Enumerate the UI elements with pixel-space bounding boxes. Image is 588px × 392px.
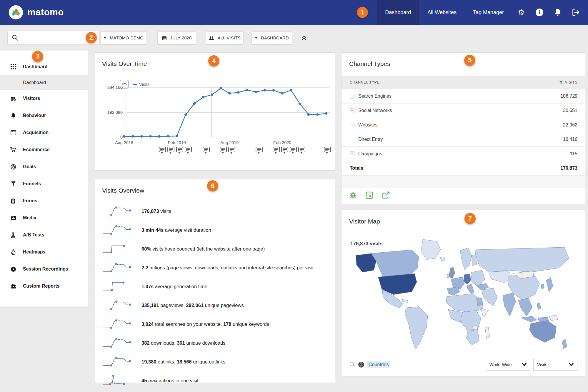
- table-icon[interactable]: [366, 191, 373, 199]
- period-selector[interactable]: JULY 2020: [157, 31, 196, 44]
- region-select[interactable]: World-Wide: [486, 359, 530, 371]
- segment-selector[interactable]: ALL VISITS: [206, 31, 244, 44]
- channel-label: Direct Entry: [358, 137, 383, 142]
- channel-visits-value: 115: [570, 151, 577, 156]
- expand-icon[interactable]: +: [350, 151, 354, 156]
- sparkline[interactable]: [102, 204, 135, 218]
- sidebar-item-media[interactable]: Media: [0, 209, 88, 226]
- sidebar-item-ecommerce[interactable]: Ecommerce: [0, 141, 88, 158]
- overview-row: 3,024 total searches on your website, 17…: [102, 317, 329, 332]
- overview-metric-text: 2.2 actions (page views, downloads, outl…: [141, 264, 321, 271]
- sidebar-item-funnels[interactable]: Funnels: [0, 175, 88, 192]
- expand-icon[interactable]: +: [350, 123, 354, 127]
- sparkline[interactable]: [102, 317, 135, 331]
- matomo-logo[interactable]: matomo: [9, 5, 64, 19]
- sparkline[interactable]: [102, 336, 135, 349]
- matomo-logo-icon: [9, 5, 23, 19]
- info-icon[interactable]: i: [530, 0, 549, 25]
- sidebar-item-label: Custom Reports: [23, 283, 59, 289]
- chevron-down-icon: [522, 363, 527, 366]
- channel-row-totals[interactable]: Totals176,873: [342, 161, 585, 176]
- svg-text:384,160: 384,160: [107, 85, 123, 90]
- sparkline[interactable]: [102, 279, 135, 293]
- bell-icon[interactable]: [549, 0, 567, 25]
- sidebar-item-dashboard[interactable]: Dashboard: [0, 58, 88, 75]
- sidebar-item-heatmaps[interactable]: Heatmaps: [0, 243, 88, 261]
- sidebar: DashboardDashboardVisitorsBehaviourAcqui…: [0, 51, 88, 306]
- sidebar-item-behaviour[interactable]: Behaviour: [0, 107, 88, 124]
- gear-icon[interactable]: ⚙: [512, 0, 530, 25]
- sparkline[interactable]: [102, 223, 135, 236]
- sparkline[interactable]: [102, 298, 135, 312]
- target-icon: [10, 164, 16, 170]
- nav-icon-group: ⚙ i: [512, 0, 588, 25]
- column-channel-type[interactable]: CHANNEL TYPE: [350, 80, 379, 84]
- overview-metric-text: 1.07s average generation time: [141, 283, 321, 290]
- media-icon: [10, 215, 16, 221]
- primary-nav: DashboardAll WebsitesTag Manager: [377, 0, 512, 25]
- sidebar-item-visitors[interactable]: Visitors: [0, 90, 88, 107]
- channel-visits-value: 176,873: [560, 166, 577, 171]
- callout-badge-7: 7: [464, 213, 476, 224]
- sidebar-item-forms[interactable]: Forms: [0, 192, 88, 209]
- svg-text:192,080: 192,080: [107, 110, 123, 115]
- channel-types-widget: Channel Types CHANNEL TYPE VISITS +Searc…: [341, 52, 585, 204]
- clipboard-icon: [10, 198, 16, 204]
- sparkline[interactable]: [102, 261, 135, 274]
- search-icon: [12, 34, 18, 41]
- sidebar-item-label: Media: [23, 215, 36, 221]
- search-input[interactable]: [21, 35, 95, 40]
- gear-icon[interactable]: [349, 191, 357, 199]
- sidebar-item-acquisition[interactable]: Acquisition: [0, 124, 88, 141]
- metric-select[interactable]: Visits: [533, 359, 577, 371]
- nav-item-all-websites[interactable]: All Websites: [419, 0, 465, 25]
- globe-icon[interactable]: [358, 361, 364, 368]
- channel-label: Campaigns: [358, 151, 382, 156]
- sort-funnel-icon: [559, 80, 563, 85]
- top-navbar: matomo DashboardAll WebsitesTag Manager …: [0, 0, 588, 25]
- zoom-out-icon[interactable]: [349, 361, 356, 368]
- visits-line-chart[interactable]: 384,160192,0800Aug 2018Feb 2019Aug 2019F…: [95, 53, 335, 170]
- sidebar-item-dashboard-sub[interactable]: Dashboard: [0, 75, 88, 90]
- overview-row: 45 max actions in one visit: [102, 373, 329, 388]
- signout-icon[interactable]: [567, 0, 585, 25]
- flask-icon: [10, 232, 16, 238]
- channel-row-direct-entry[interactable]: Direct Entry16,416: [342, 132, 585, 147]
- column-visits[interactable]: VISITS: [559, 80, 577, 85]
- widget-title: Visits Overview: [102, 187, 144, 194]
- nav-item-tag-manager[interactable]: Tag Manager: [465, 0, 512, 25]
- widget-footer-icons: [349, 191, 390, 199]
- channel-row-social-networks[interactable]: +Social Networks30,651: [342, 104, 585, 118]
- funnel-icon: [10, 181, 16, 187]
- sidebar-item-goals[interactable]: Goals: [0, 158, 88, 175]
- dashboard-selector[interactable]: DASHBOARD: [251, 31, 292, 44]
- play-icon: [10, 266, 16, 272]
- channel-row-search-engines[interactable]: +Search Engines106,729: [342, 89, 585, 104]
- world-map[interactable]: [345, 234, 582, 352]
- collapse-icon[interactable]: [301, 34, 308, 43]
- segment-selector-label: ALL VISITS: [218, 36, 241, 40]
- expand-icon[interactable]: +: [350, 94, 354, 99]
- people-icon: [209, 36, 214, 40]
- sidebar-item-label: Visitors: [23, 96, 40, 101]
- channel-row-campaigns[interactable]: +Campaigns115: [342, 147, 585, 161]
- channel-row-websites[interactable]: +Websites22,962: [342, 118, 585, 132]
- expand-icon[interactable]: +: [350, 108, 354, 113]
- countries-link[interactable]: Countries: [367, 361, 390, 368]
- sparkline[interactable]: [102, 242, 135, 255]
- sidebar-item-session-recordings[interactable]: Session Recordings: [0, 261, 88, 278]
- site-selector[interactable]: MATOMO DEMO: [100, 31, 147, 44]
- sparkline[interactable]: [102, 355, 135, 368]
- droplet-icon: [10, 249, 16, 255]
- sparkline[interactable]: [102, 373, 135, 387]
- export-icon[interactable]: [382, 191, 390, 199]
- nav-item-dashboard[interactable]: Dashboard: [377, 0, 419, 25]
- svg-text:Aug 2019: Aug 2019: [220, 140, 239, 145]
- callout-badge-4: 4: [208, 55, 219, 66]
- visits-over-time-widget: Visits Over Time Visits 384,160192,0800A…: [95, 52, 335, 171]
- sidebar-item-a-b-tests[interactable]: A/B Tests: [0, 226, 88, 243]
- map-total-visits: 176,873 visits: [350, 241, 383, 247]
- sidebar-item-custom-reports[interactable]: Custom Reports: [0, 278, 88, 295]
- channel-label: Totals: [350, 166, 363, 171]
- sidebar-item-label: Goals: [23, 164, 36, 169]
